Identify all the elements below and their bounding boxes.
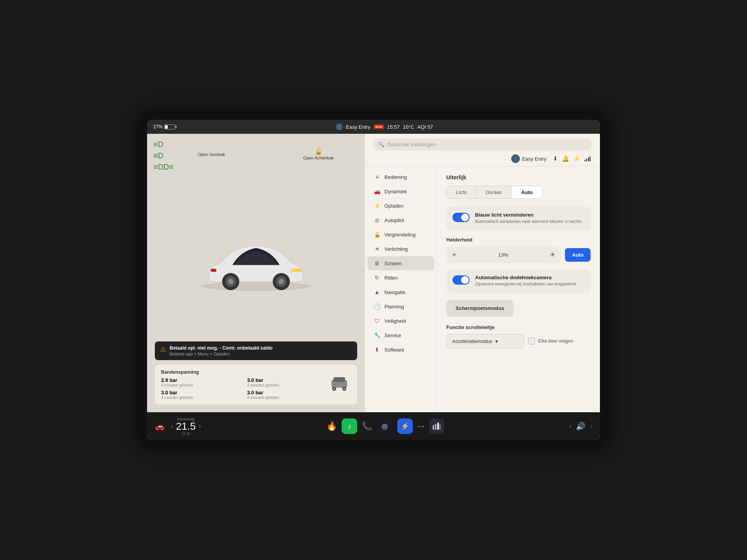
brightness-section: Helderheid ☀ 13% ☀ Auto	[446, 237, 591, 263]
nav-item-dynamiek[interactable]: 🚗 Dynamiek	[367, 184, 434, 198]
signal-bar-4	[589, 156, 591, 161]
nav-item-verlichting[interactable]: ☀ Verlichting	[367, 242, 434, 256]
screen-bezel: 27% 👤 Easy Entry SOS 15:57 10°C AQI 57	[140, 113, 607, 447]
scroll-control: Acceleratiemodus ▾ Elke keer vragen	[446, 334, 591, 348]
warning-icon: ⚠	[160, 346, 166, 353]
toggle-blauw-desc: Automatisch aanpassen naar warmere kleur…	[475, 219, 582, 224]
nav-label-bediening: Bediening	[384, 174, 407, 180]
car-small-svg	[328, 374, 351, 394]
schermpoets-button[interactable]: Schermpoetsmodus	[446, 300, 514, 317]
nav-label-verlichting: Verlichting	[384, 246, 408, 252]
checkbox-area: Elke keer vragen	[528, 338, 573, 345]
nav-item-autopilot[interactable]: ◎ Autopilot	[367, 213, 434, 227]
toggle-camera-desc: Zijcamera weergeven bij inschakelen van …	[475, 281, 576, 287]
tire-rl: 3.0 bar 4 minuten geleden	[161, 390, 238, 400]
brightness-control[interactable]: ☀ 13% ☀	[446, 247, 561, 263]
app-icon-360-camera[interactable]: ◎	[377, 418, 393, 434]
car-small-diagram	[328, 374, 351, 395]
left-panel: ≡D ≡D ≡DD≡ Open Voorbak 🔓 Open	[147, 134, 365, 412]
profile-avatar: 👤	[511, 154, 520, 163]
app-icon-music[interactable]	[429, 419, 444, 434]
svg-rect-19	[440, 424, 440, 430]
brightness-sun-small: ☀	[452, 252, 457, 258]
volume-next-btn[interactable]: ›	[590, 423, 592, 429]
settings-header: 🔍 Doorzoek instellingen 👤 Easy Entry ⬇ 🔔…	[365, 134, 600, 166]
warning-box: ⚠ Betaald opl. niet mog. - Contr. onbeta…	[155, 341, 357, 360]
app-icon-phone[interactable]: 📞	[362, 421, 372, 431]
open-achterbak-group[interactable]: 🔓 Open Achterbak	[303, 148, 334, 161]
nav-label-autopilot: Autopilot	[384, 217, 404, 223]
temp-control: ‹ Handmatig 21.5 ›	[171, 417, 201, 435]
bluetooth-header-icon[interactable]: ⚡	[573, 155, 580, 162]
battery-info: 27%	[153, 124, 175, 130]
download-icon[interactable]: ⬇	[553, 155, 558, 162]
nav-icon-software: ⬇	[374, 346, 381, 353]
profile-label: Easy Entry	[522, 156, 547, 162]
nav-icon-opladen: ⚡	[374, 203, 381, 209]
toggle-camera-title: Automatische dodehoekcamera	[475, 275, 576, 280]
toggle-camera-switch[interactable]	[452, 275, 470, 285]
app-icon-bluetooth[interactable]: ⚡	[397, 418, 413, 434]
tire-title: Bandenspanning	[161, 369, 324, 375]
nav-icon-veiligheid: 🛡	[374, 318, 381, 324]
screen: 27% 👤 Easy Entry SOS 15:57 10°C AQI 57	[147, 120, 600, 440]
profile-row: 👤 Easy Entry ⬇ 🔔 ⚡	[373, 154, 592, 163]
profile-name-group[interactable]: 👤 Easy Entry	[511, 154, 547, 163]
search-placeholder: Doorzoek instellingen	[388, 142, 436, 147]
search-bar[interactable]: 🔍 Doorzoek instellingen	[373, 138, 592, 150]
scroll-dropdown[interactable]: Acceleratiemodus ▾	[446, 334, 524, 348]
theme-btn-licht[interactable]: Licht	[447, 186, 476, 198]
nav-item-scherm[interactable]: 🖥 Scherm	[367, 256, 434, 270]
nav-label-navigatie: Navigatie	[384, 289, 405, 295]
brightness-value: 13%	[461, 252, 545, 258]
scroll-option: Acceleratiemodus	[452, 338, 492, 344]
app-icon-dots[interactable]: ···	[417, 421, 424, 431]
checkbox-label: Elke keer vragen	[538, 338, 573, 344]
svg-point-5	[228, 279, 233, 284]
temp-decrease-btn[interactable]: ‹	[171, 423, 173, 430]
nav-item-software[interactable]: ⬇ Software	[367, 343, 434, 357]
nav-label-dynamiek: Dynamiek	[384, 189, 407, 194]
temp-display: Handmatig 21.5	[176, 417, 196, 435]
nav-item-vergrendeling[interactable]: 🔒 Vergrendeling	[367, 228, 434, 242]
volume-prev-btn[interactable]: ‹	[570, 423, 572, 429]
nav-label-software: Software	[384, 347, 404, 353]
nav-item-navigatie[interactable]: ▲ Navigatie	[367, 285, 434, 299]
car-bottom-icon[interactable]: 🚗	[155, 422, 165, 431]
bell-icon[interactable]: 🔔	[562, 155, 569, 162]
nav-item-planning[interactable]: 🕐 Planning	[367, 299, 434, 313]
main-content: ≡D ≡D ≡DD≡ Open Voorbak 🔓 Open	[147, 134, 600, 412]
nav-label-opladen: Opladen	[384, 203, 403, 209]
brightness-label: Helderheid	[446, 237, 591, 243]
nav-label-veiligheid: Veiligheid	[384, 318, 406, 324]
nav-item-bediening[interactable]: ≡ Bediening	[367, 170, 434, 184]
brightness-auto-btn[interactable]: Auto	[565, 248, 591, 262]
label-open-voorbak[interactable]: Open Voorbak	[198, 152, 225, 157]
app-icon-flame[interactable]: 🔥	[326, 421, 337, 431]
theme-btn-donker[interactable]: Donker	[476, 186, 512, 198]
toggle-camera-row: Automatische dodehoekcamera Zijcamera we…	[446, 269, 591, 292]
checkbox-elke-keer[interactable]	[528, 338, 535, 345]
toggle-camera-knob	[461, 276, 469, 284]
app-icon-spotify[interactable]: ♪	[342, 418, 357, 434]
toggle-camera-text: Automatische dodehoekcamera Zijcamera we…	[475, 275, 576, 287]
temp-increase-btn[interactable]: ›	[199, 423, 201, 430]
svg-point-8	[279, 279, 284, 284]
right-panel: 🔍 Doorzoek instellingen 👤 Easy Entry ⬇ 🔔…	[365, 134, 600, 412]
nav-item-ritten[interactable]: ↻ Ritten	[367, 271, 434, 285]
svg-rect-11	[333, 377, 345, 382]
signal-bars	[584, 156, 591, 161]
nav-item-veiligheid[interactable]: 🛡 Veiligheid	[367, 314, 434, 328]
bottom-center: 🔥 ♪ 📞 ◎ ⚡ ···	[326, 418, 444, 434]
top-temperature: 10°C	[403, 124, 414, 130]
nav-item-opladen[interactable]: ⚡ Opladen	[367, 199, 434, 213]
volume-icon[interactable]: 🔊	[576, 422, 586, 431]
theme-buttons: Licht Donker Auto	[446, 186, 542, 199]
toggle-blauw-switch[interactable]	[452, 213, 470, 222]
temp-value: 21.5	[176, 421, 196, 431]
battery-fill	[165, 125, 167, 129]
tire-rr: 3.0 bar 4 minuten geleden	[247, 390, 324, 400]
theme-btn-auto[interactable]: Auto	[512, 186, 542, 198]
signal-bar-3	[588, 158, 589, 161]
nav-item-service[interactable]: 🔧 Service	[367, 328, 434, 342]
